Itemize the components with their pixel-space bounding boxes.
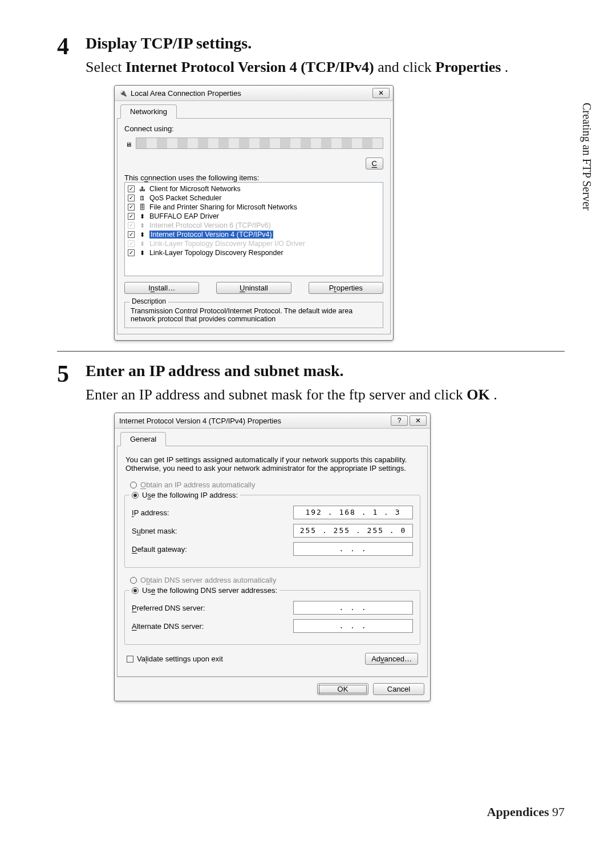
list-item: ✓⬍Link-Layer Topology Discovery Responde… bbox=[128, 248, 380, 257]
radio-use-ip[interactable]: Use the following IP address: bbox=[129, 491, 240, 499]
scheduler-icon: 🗓 bbox=[138, 195, 146, 201]
protocol-icon: ⬍ bbox=[138, 231, 146, 239]
list-item-selected: ✓⬍Internet Protocol Version 4 (TCP/IPv4) bbox=[128, 230, 380, 239]
tab-general[interactable]: General bbox=[120, 432, 166, 446]
step-title: Enter an IP address and subnet mask. bbox=[86, 362, 565, 380]
uninstall-button[interactable]: Uninstall bbox=[216, 282, 291, 294]
description-text: Transmission Control Protocol/Internet P… bbox=[131, 307, 377, 323]
step-4: 4 Display TCP/IP settings. Select Intern… bbox=[57, 34, 565, 341]
list-item: ✓⬍Link-Layer Topology Discovery Mapper I… bbox=[128, 239, 380, 248]
alternate-dns-input[interactable]: . . . bbox=[293, 619, 413, 633]
validate-checkbox[interactable]: Validate settings upon exit bbox=[127, 655, 223, 663]
checkbox-icon[interactable]: ✓ bbox=[128, 185, 135, 192]
checkbox-icon[interactable]: ✓ bbox=[128, 204, 135, 211]
adapter-icon: 🖥 bbox=[124, 141, 132, 148]
ok-button[interactable]: OK bbox=[317, 683, 368, 695]
protocol-icon: ⬍ bbox=[138, 222, 146, 229]
protocol-icon: ⬍ bbox=[138, 240, 146, 248]
checkbox-icon[interactable]: ✓ bbox=[128, 240, 135, 247]
list-item: ✓⬍Internet Protocol Version 6 (TCP/IPv6) bbox=[128, 221, 380, 230]
cancel-button[interactable]: Cancel bbox=[373, 683, 424, 695]
tab-networking[interactable]: Networking bbox=[120, 104, 177, 119]
list-item: ✓🖧Client for Microsoft Networks bbox=[128, 184, 380, 193]
advanced-button[interactable]: Advanced… bbox=[365, 653, 418, 665]
protocol-icon: ⬍ bbox=[138, 249, 146, 257]
radio-icon bbox=[132, 587, 139, 594]
subnet-mask-input[interactable]: 255 . 255 . 255 . 0 bbox=[293, 524, 413, 538]
items-list[interactable]: ✓🖧Client for Microsoft Networks ✓🗓QoS Pa… bbox=[124, 182, 383, 276]
properties-button[interactable]: Properties bbox=[309, 282, 383, 294]
titlebar: Internet Protocol Version 4 (TCP/IPv4) P… bbox=[115, 413, 430, 429]
step-description: Select Internet Protocol Version 4 (TCP/… bbox=[86, 57, 565, 77]
adapter-name-field bbox=[136, 138, 383, 149]
configure-button[interactable]: C bbox=[366, 158, 383, 169]
step-title: Display TCP/IP settings. bbox=[86, 34, 565, 53]
subnet-mask-label: Subnet mask: bbox=[132, 527, 293, 535]
intro-text: You can get IP settings assigned automat… bbox=[125, 455, 419, 473]
checkbox-icon[interactable]: ✓ bbox=[128, 249, 135, 256]
dialog-title: Local Area Connection Properties bbox=[131, 89, 241, 98]
install-button[interactable]: Install… bbox=[124, 282, 199, 294]
list-item: ✓🗓QoS Packet Scheduler bbox=[128, 193, 380, 203]
close-button[interactable]: ✕ bbox=[410, 415, 427, 426]
close-button[interactable]: ✕ bbox=[372, 88, 390, 98]
help-button[interactable]: ? bbox=[391, 415, 408, 426]
protocol-icon: ⬍ bbox=[138, 213, 146, 220]
tcpipv4-properties-dialog: Internet Protocol Version 4 (TCP/IPv4) P… bbox=[114, 413, 431, 701]
step-number: 4 bbox=[57, 34, 86, 58]
default-gateway-label: Default gateway: bbox=[132, 545, 293, 554]
radio-icon bbox=[130, 482, 137, 488]
client-icon: 🖧 bbox=[138, 185, 146, 192]
titlebar: 🔌 Local Area Connection Properties ✕ bbox=[115, 86, 393, 101]
separator bbox=[57, 351, 565, 352]
step-description: Enter an IP address and subnet mask for … bbox=[86, 385, 565, 405]
items-label: This connection uses the following items… bbox=[124, 173, 383, 182]
radio-icon bbox=[130, 577, 137, 584]
checkbox-icon bbox=[127, 656, 133, 663]
checkbox-icon[interactable]: ✓ bbox=[128, 231, 135, 238]
list-item: ✓🗄File and Printer Sharing for Microsoft… bbox=[128, 203, 380, 212]
dialog-title: Internet Protocol Version 4 (TCP/IPv4) P… bbox=[119, 417, 281, 425]
radio-obtain-dns[interactable]: Obtain DNS server address automatically bbox=[130, 576, 420, 584]
preferred-dns-input[interactable]: . . . bbox=[293, 601, 413, 615]
use-dns-group: Use the following DNS server addresses: … bbox=[124, 590, 420, 645]
service-icon: 🗄 bbox=[138, 204, 146, 211]
checkbox-icon[interactable]: ✓ bbox=[128, 213, 135, 220]
checkbox-icon[interactable]: ✓ bbox=[128, 195, 135, 201]
connection-icon: 🔌 bbox=[119, 90, 127, 97]
radio-use-dns[interactable]: Use the following DNS server addresses: bbox=[129, 586, 279, 595]
section-label: Creating an FTP Server bbox=[580, 103, 593, 211]
description-legend: Description bbox=[129, 297, 168, 305]
page-footer: Appendices 97 bbox=[487, 805, 565, 819]
step-number: 5 bbox=[57, 362, 86, 386]
default-gateway-input[interactable]: . . . bbox=[293, 542, 413, 556]
use-ip-group: Use the following IP address: IP address… bbox=[124, 495, 420, 568]
preferred-dns-label: Preferred DNS server: bbox=[132, 604, 293, 612]
ip-address-label: IP address: bbox=[132, 508, 293, 517]
local-area-connection-dialog: 🔌 Local Area Connection Properties ✕ Net… bbox=[114, 85, 394, 341]
radio-obtain-ip[interactable]: Obtain an IP address automatically bbox=[130, 480, 420, 489]
step-5: 5 Enter an IP address and subnet mask. E… bbox=[57, 362, 565, 701]
ip-address-input[interactable]: 192 . 168 . 1 . 3 bbox=[293, 506, 413, 519]
alternate-dns-label: Alternate DNS server: bbox=[132, 622, 293, 631]
list-item: ✓⬍BUFFALO EAP Driver bbox=[128, 212, 380, 221]
radio-icon bbox=[132, 492, 139, 499]
description-group: Description Transmission Control Protoco… bbox=[124, 302, 383, 328]
connect-using-label: Connect using: bbox=[124, 124, 383, 133]
checkbox-icon[interactable]: ✓ bbox=[128, 222, 135, 229]
